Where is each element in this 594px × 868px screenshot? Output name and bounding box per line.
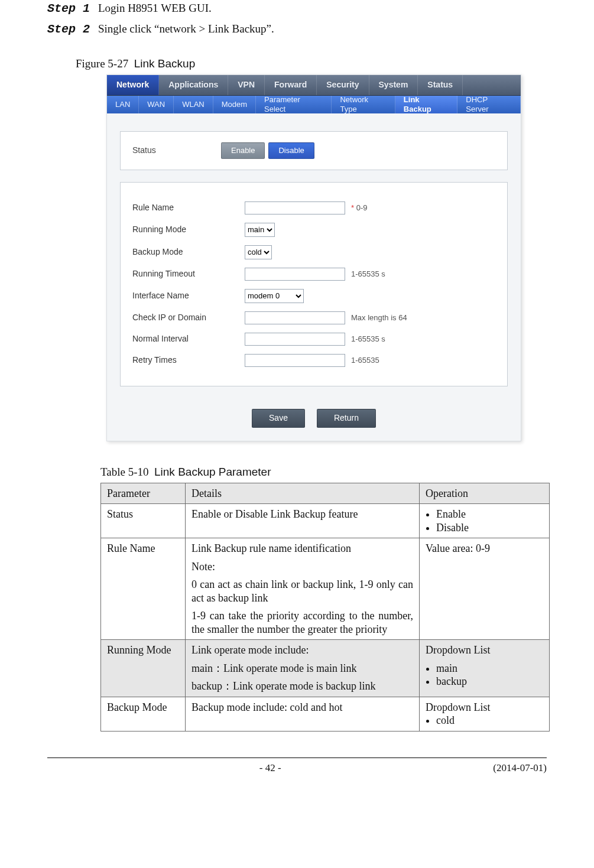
field-label: Running Timeout [132, 269, 245, 279]
table-header-row: Parameter Details Operation [101, 483, 550, 504]
footer-date: (2014-07-01) [493, 762, 547, 774]
detail-text: Link operate mode include: [191, 643, 413, 657]
cell-details: Link operate mode include: main：Link ope… [186, 640, 420, 697]
subnav-dhcp-server[interactable]: DHCP Server [457, 96, 521, 113]
table-caption: Table 5-10 Link Backup Parameter [100, 465, 547, 479]
return-button[interactable]: Return [317, 409, 376, 428]
figure-title: Link Backup [134, 57, 196, 70]
form-panel: Rule Name * 0-9 Running Mode main Backup… [120, 182, 508, 386]
status-label: Status [132, 145, 168, 156]
subnav-link-backup[interactable]: Link Backup [395, 96, 457, 113]
nav-tab-vpn[interactable]: VPN [228, 75, 265, 95]
cell-details: Link Backup rule name identification Not… [186, 538, 420, 640]
backup-mode-select[interactable]: cold [245, 245, 272, 259]
row-check-ip: Check IP or Domain Max length is 64 [132, 311, 495, 324]
row-normal-interval: Normal Interval 1-65535 s [132, 333, 495, 346]
row-running-timeout: Running Timeout 1-65535 s [132, 268, 495, 281]
detail-text: backup：Link operate mode is backup link [191, 680, 413, 693]
subnav-label: Modem [222, 100, 247, 109]
field-hint: 1-65535 s [351, 269, 385, 279]
field-hint: Max length is 64 [351, 313, 407, 323]
cell-parameter: Backup Mode [101, 697, 186, 731]
button-label: Disable [278, 146, 304, 155]
nav-tab-security[interactable]: Security [317, 75, 369, 95]
nav-label: VPN [238, 80, 255, 90]
page-footer: - 42 - (2014-07-01) [47, 758, 547, 774]
subnav-parameter-select[interactable]: Parameter Select [256, 96, 332, 113]
row-backup-mode: Backup Mode cold [132, 245, 495, 259]
nav-label: Network [116, 80, 149, 90]
detail-text: Link Backup rule name identification [191, 542, 413, 555]
op-item: backup [436, 675, 543, 688]
step-2: Step 2 Single click “network > Link Back… [47, 22, 547, 37]
enable-button[interactable]: Enable [221, 142, 265, 159]
running-mode-select[interactable]: main [245, 223, 275, 237]
disable-button[interactable]: Disable [268, 142, 314, 159]
button-label: Save [269, 413, 288, 424]
nav-label: Applications [168, 80, 218, 90]
table-row: Rule Name Link Backup rule name identifi… [101, 538, 550, 640]
running-timeout-input[interactable] [245, 268, 345, 281]
button-label: Return [334, 413, 359, 424]
subnav-label: WAN [147, 100, 165, 109]
page-number: - 42 - [259, 762, 281, 774]
cell-operation: Dropdown List cold [420, 697, 550, 731]
op-item: Enable [436, 508, 543, 521]
retry-times-input[interactable] [245, 354, 345, 367]
subnav-modem[interactable]: Modem [213, 96, 256, 113]
table-title: Link Backup Parameter [154, 466, 271, 478]
field-label: Retry Times [132, 355, 245, 366]
cell-details: Enable or Disable Link Backup feature [186, 504, 420, 538]
normal-interval-input[interactable] [245, 333, 345, 346]
row-rule-name: Rule Name * 0-9 [132, 201, 495, 214]
subnav-wan[interactable]: WAN [139, 96, 174, 113]
step-text: Single click “network > Link Backup”. [98, 22, 274, 36]
nav-tab-applications[interactable]: Applications [159, 75, 228, 95]
subnav-lan[interactable]: LAN [107, 96, 139, 113]
table-row: Running Mode Link operate mode include: … [101, 640, 550, 697]
save-button[interactable]: Save [252, 409, 305, 428]
sub-nav: LAN WAN WLAN Modem Parameter Select Netw… [107, 96, 521, 113]
detail-text: 0 can act as chain link or backup link, … [191, 578, 413, 604]
link-backup-screenshot: Network Applications VPN Forward Securit… [106, 74, 521, 441]
main-nav: Network Applications VPN Forward Securit… [107, 75, 521, 96]
cell-parameter: Status [101, 504, 186, 538]
rule-name-input[interactable] [245, 201, 345, 214]
row-running-mode: Running Mode main [132, 223, 495, 237]
nav-label: Forward [274, 80, 307, 90]
subnav-label: Network Type [340, 95, 386, 115]
figure-caption: Figure 5-27 Link Backup [76, 57, 547, 71]
row-retry-times: Retry Times 1-65535 [132, 354, 495, 367]
nav-tab-system[interactable]: System [369, 75, 418, 95]
table-row: Backup Mode Backup mode include: cold an… [101, 697, 550, 731]
field-label: Normal Interval [132, 334, 245, 344]
button-label: Enable [231, 146, 255, 155]
interface-name-select[interactable]: modem 0 [245, 289, 304, 303]
detail-text: 1-9 can take the priority according to t… [191, 609, 413, 636]
subnav-label: DHCP Server [466, 95, 512, 115]
field-label: Interface Name [132, 291, 245, 301]
check-ip-input[interactable] [245, 311, 345, 324]
step-label: Step 1 [47, 1, 90, 16]
op-item: cold [436, 714, 543, 727]
nav-tab-network[interactable]: Network [107, 75, 159, 95]
subnav-label: Link Backup [404, 95, 449, 115]
required-marker: * [351, 203, 354, 212]
nav-tab-forward[interactable]: Forward [265, 75, 317, 95]
nav-label: Status [427, 80, 453, 90]
parameter-table: Parameter Details Operation Status Enabl… [100, 483, 550, 732]
nav-tab-status[interactable]: Status [418, 75, 463, 95]
subnav-wlan[interactable]: WLAN [174, 96, 213, 113]
cell-operation: Value area: 0-9 [420, 538, 550, 640]
detail-text: main：Link operate mode is main link [191, 662, 413, 675]
cell-operation: Dropdown List main backup [420, 640, 550, 697]
subnav-network-type[interactable]: Network Type [332, 96, 395, 113]
field-hint: * 0-9 [351, 203, 367, 213]
detail-text: Note: [191, 560, 413, 574]
op-item: Disable [436, 521, 543, 535]
table-number: Table 5-10 [100, 466, 149, 478]
field-label: Check IP or Domain [132, 313, 245, 323]
cell-details: Backup mode include: cold and hot [186, 697, 420, 731]
op-item: main [436, 662, 543, 675]
subnav-label: LAN [115, 100, 130, 109]
